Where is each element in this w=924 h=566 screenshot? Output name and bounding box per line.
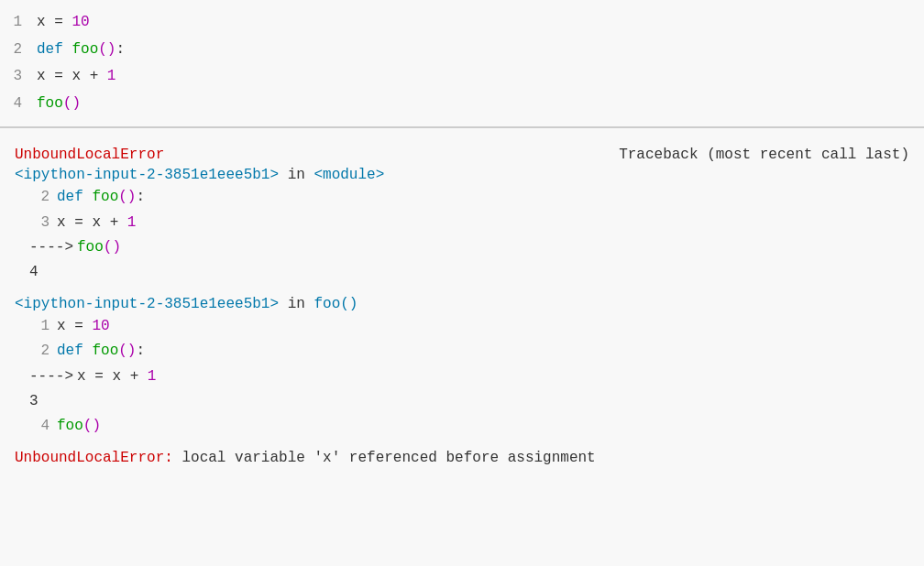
token: def [37,41,63,58]
traceback-line-number: 2 [29,339,57,364]
line-content: x = x + 1 [37,65,924,89]
traceback-section: <ipython-input-2-3851e1eee5b1> in foo()1… [15,296,909,439]
line-number: 1 [0,11,37,35]
traceback-section: <ipython-input-2-3851e1eee5b1> in <modul… [15,167,909,285]
line-content: def foo(): [37,38,924,62]
token: : [136,189,145,205]
token: def [57,189,83,205]
traceback-line-content: foo() [57,414,909,439]
token: foo [57,418,83,434]
token: foo [37,95,63,112]
token: : [116,41,125,58]
in-keyword: in [279,167,314,183]
token: = [66,318,93,334]
token [83,189,93,205]
token: = [46,14,72,30]
traceback-code-line: 1x = 10 [29,314,909,339]
token: x [57,214,66,231]
token: foo [72,41,98,58]
token: + [121,368,148,385]
token: = [86,368,113,385]
traceback-code-line: 3 x = x + 1 [29,211,909,235]
token: 10 [72,14,89,30]
arrow-indicator: ----> 4 [29,235,77,285]
traceback-line-number: 3 [29,211,57,235]
token: foo [77,239,104,256]
traceback-line-content: foo() [77,235,909,260]
traceback-code-line: ----> 3 x = x + 1 [29,365,909,414]
code-cell: 1x = 102def foo():3 x = x + 14foo() [0,0,924,127]
traceback-line-content: x = x + 1 [57,211,909,235]
traceback-line-content: x = 10 [57,314,909,339]
traceback-label: Traceback (most recent call last) [619,147,909,163]
code-line: 2def foo(): [0,37,924,64]
token: x [112,368,121,385]
module-reference: <module> [314,167,384,183]
token: ( [63,95,72,112]
token [83,343,93,359]
token: foo [92,343,118,359]
line-number: 4 [0,93,37,116]
traceback-line-number: 2 [29,185,57,210]
cell-reference: <ipython-input-2-3851e1eee5b1> [15,167,279,183]
token: def [57,343,83,359]
traceback-area: UnboundLocalErrorTraceback (most recent … [0,128,924,475]
token: ) [107,41,116,58]
module-reference: foo() [314,296,358,312]
token: x [37,14,46,30]
token: 1 [107,68,116,84]
traceback-line-number: 1 [29,314,57,339]
token [63,41,72,58]
token: x [37,68,46,84]
token: ) [72,95,81,112]
traceback-line-content: def foo(): [57,185,909,210]
token: x [92,214,101,231]
token: 1 [148,368,157,385]
traceback-line-content: def foo(): [57,339,909,364]
traceback-code-line: 4foo() [29,414,909,439]
traceback-location: <ipython-input-2-3851e1eee5b1> in foo() [15,296,909,312]
final-error: UnboundLocalError: local variable 'x' re… [15,450,909,466]
error-type: UnboundLocalError [15,147,164,163]
token: ) [127,343,137,359]
final-error-type: UnboundLocalError: [15,450,173,466]
token: x [77,368,86,385]
traceback-code-line: ----> 4foo() [29,235,909,285]
in-keyword: in [279,296,314,312]
line-content: x = 10 [37,11,924,35]
traceback-location: <ipython-input-2-3851e1eee5b1> in <modul… [15,167,909,183]
token: ) [127,189,137,205]
token: 10 [92,318,109,334]
token: 1 [127,214,137,231]
line-number: 2 [0,38,37,62]
token: ( [98,41,107,58]
traceback-code-line: 2def foo(): [29,185,909,210]
traceback-header: UnboundLocalErrorTraceback (most recent … [15,147,909,163]
line-number: 3 [0,65,37,89]
token: : [136,343,145,359]
token: ( [104,239,113,256]
token: ( [118,343,127,359]
token: x [57,318,66,334]
code-line: 4foo() [0,91,924,118]
traceback-code-block: 2def foo():3 x = x + 1----> 4foo() [15,185,909,285]
line-content: foo() [37,93,924,116]
token: ) [92,418,101,434]
traceback-line-number: 4 [29,414,57,439]
code-line: 3 x = x + 1 [0,63,924,91]
token: ( [118,189,127,205]
traceback-code-line: 2def foo(): [29,339,909,364]
traceback-code-block: 1x = 102def foo():----> 3 x = x + 14foo(… [15,314,909,439]
token: ) [112,239,121,256]
token: x [72,68,81,84]
token: foo [92,189,118,205]
traceback-line-content: x = x + 1 [77,365,909,389]
arrow-indicator: ----> 3 [29,365,77,414]
token: ( [83,418,93,434]
code-line: 1x = 10 [0,9,924,37]
token: + [81,68,107,84]
token: = [66,214,93,231]
final-error-message: local variable 'x' referenced before ass… [173,450,596,466]
token: = [46,68,72,84]
cell-reference: <ipython-input-2-3851e1eee5b1> [15,296,279,312]
